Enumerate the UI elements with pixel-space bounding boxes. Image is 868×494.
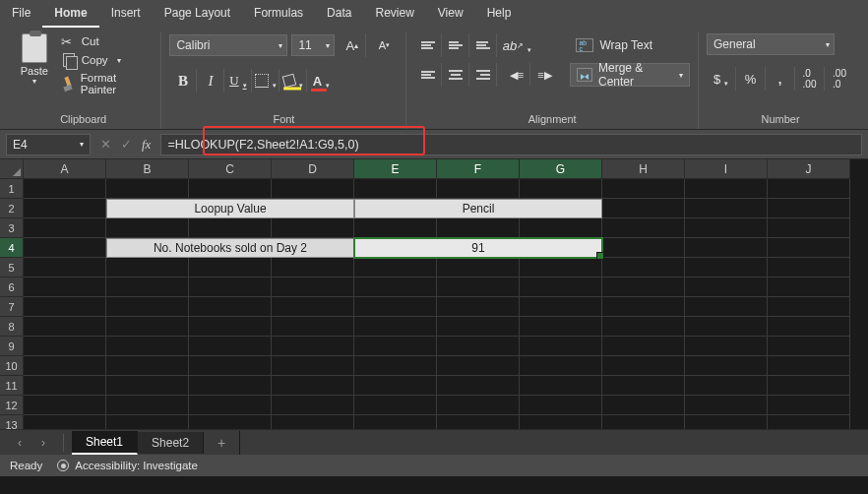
percent-button[interactable]: %	[736, 67, 766, 91]
accessibility-button[interactable]: Accessibility: Investigate	[56, 459, 198, 472]
menu-formulas[interactable]: Formulas	[242, 0, 315, 28]
paste-button[interactable]: Paste ▾	[14, 33, 55, 86]
cell-lookup-value[interactable]: Pencil	[354, 199, 602, 218]
font-name-dropdown[interactable]: Calibri▾	[169, 34, 287, 56]
merge-icon	[577, 68, 592, 82]
col-header-i[interactable]: I	[685, 159, 768, 179]
fill-color-button[interactable]: ▾	[279, 69, 307, 93]
enter-formula-button[interactable]: ✓	[117, 137, 136, 152]
copy-label: Copy	[82, 54, 108, 66]
number-format-dropdown[interactable]: General▾	[707, 33, 835, 55]
select-all-corner[interactable]	[0, 159, 24, 179]
merge-center-button[interactable]: Merge & Center▾	[570, 63, 690, 87]
wrap-text-button[interactable]: Wrap Text	[570, 33, 658, 57]
col-header-e[interactable]: E	[354, 159, 437, 179]
formula-input[interactable]: =HLOOKUP(F2,Sheet2!A1:G9,5,0)	[160, 134, 862, 155]
col-header-d[interactable]: D	[272, 159, 354, 179]
menu-data[interactable]: Data	[315, 0, 363, 28]
name-box[interactable]: E4▾	[6, 134, 91, 155]
cut-button[interactable]: Cut	[59, 33, 154, 49]
cells-area[interactable]: Loopup Value Pencil No. Notebooks sold o…	[24, 179, 850, 429]
fill-icon	[282, 74, 297, 89]
italic-button[interactable]: I	[197, 69, 224, 93]
row-header[interactable]: 5	[0, 258, 24, 278]
group-number: General▾ $▾ % , .0.00 .00.0 Number	[699, 31, 862, 129]
add-sheet-button[interactable]: +	[204, 431, 240, 455]
increase-decimal-button[interactable]: .0.00	[795, 67, 825, 91]
bold-button[interactable]: B	[169, 69, 197, 93]
sheet-tab-2[interactable]: Sheet2	[138, 432, 204, 454]
decrease-indent-button[interactable]: ◀≡	[503, 63, 530, 87]
chevron-down-icon: ▾	[527, 46, 531, 54]
chevron-down-icon: ▾	[273, 82, 277, 90]
row-header[interactable]: 1	[0, 179, 24, 199]
format-painter-button[interactable]: Format Painter	[59, 71, 154, 96]
align-center-button[interactable]	[442, 63, 469, 87]
row-header[interactable]: 7	[0, 297, 24, 317]
col-header-c[interactable]: C	[189, 159, 272, 179]
align-middle-button[interactable]	[442, 33, 469, 57]
chevron-down-icon: ▾	[117, 56, 121, 65]
formula-text: =HLOOKUP(F2,Sheet2!A1:G9,5,0)	[167, 138, 358, 152]
tab-nav-next[interactable]: ›	[31, 436, 55, 450]
chevron-down-icon: ▾	[80, 140, 84, 149]
accessibility-icon	[56, 459, 70, 472]
cell-lookup-label[interactable]: Loopup Value	[106, 199, 354, 218]
menu-file[interactable]: File	[0, 0, 42, 28]
menu-help[interactable]: Help	[475, 0, 524, 28]
align-right-button[interactable]	[469, 63, 497, 87]
row-header[interactable]: 9	[0, 337, 24, 356]
row-header[interactable]: 3	[0, 218, 24, 238]
menu-page-layout[interactable]: Page Layout	[153, 0, 242, 28]
increase-indent-button[interactable]: ≡▶	[530, 63, 558, 87]
chevron-down-icon: ▾	[679, 71, 683, 80]
group-label-clipboard: Clipboard	[60, 111, 106, 129]
chevron-down-icon: ▾	[32, 77, 36, 86]
row-header[interactable]: 12	[0, 396, 24, 415]
row-header[interactable]: 2	[0, 199, 24, 218]
row-header[interactable]: 10	[0, 356, 24, 376]
menu-bar: File Home Insert Page Layout Formulas Da…	[0, 0, 868, 28]
row-header[interactable]: 11	[0, 376, 24, 396]
col-header-h[interactable]: H	[602, 159, 685, 179]
menu-review[interactable]: Review	[363, 0, 425, 28]
align-bottom-button[interactable]	[469, 33, 497, 57]
row-header[interactable]: 4	[0, 238, 24, 258]
font-color-button[interactable]: A▾	[307, 69, 335, 93]
underline-button[interactable]: U▾	[224, 69, 252, 93]
comma-button[interactable]: ,	[766, 67, 795, 91]
cut-label: Cut	[82, 35, 99, 47]
col-header-j[interactable]: J	[768, 159, 850, 179]
menu-view[interactable]: View	[426, 0, 475, 28]
sheet-tab-bar: ‹ › Sheet1 Sheet2 +	[0, 429, 868, 455]
cancel-formula-button[interactable]: ✕	[96, 137, 115, 152]
row-header[interactable]: 13	[0, 415, 24, 429]
copy-button[interactable]: Copy▾	[59, 52, 154, 68]
decrease-font-button[interactable]: A▾	[370, 33, 398, 57]
col-header-a[interactable]: A	[24, 159, 106, 179]
increase-font-button[interactable]: A▴	[339, 33, 366, 57]
accounting-format-button[interactable]: $▾	[707, 67, 736, 91]
col-header-g[interactable]: G	[520, 159, 602, 179]
sheet-tab-1[interactable]: Sheet1	[72, 431, 138, 455]
menu-insert[interactable]: Insert	[99, 0, 153, 28]
cell-result-label[interactable]: No. Notebooks sold on Day 2	[106, 238, 354, 258]
font-size-dropdown[interactable]: 11▾	[291, 34, 335, 56]
accessibility-label: Accessibility: Investigate	[75, 460, 198, 471]
row-header[interactable]: 6	[0, 278, 24, 297]
col-header-b[interactable]: B	[106, 159, 189, 179]
col-header-f[interactable]: F	[437, 159, 520, 179]
spreadsheet-grid: A B C D E F G H I J 1 2 3 4 5 6 7 8 9 10…	[0, 159, 868, 429]
tab-nav-prev[interactable]: ‹	[8, 436, 31, 450]
decrease-decimal-button[interactable]: .00.0	[825, 67, 854, 91]
align-left-button[interactable]	[414, 63, 442, 87]
menu-home[interactable]: Home	[42, 0, 98, 28]
orientation-button[interactable]: ab↗▾	[503, 33, 530, 57]
align-top-button[interactable]	[414, 33, 442, 57]
cell-result-value[interactable]: 91	[354, 238, 602, 258]
borders-button[interactable]: ▾	[252, 69, 279, 93]
row-headers: 1 2 3 4 5 6 7 8 9 10 11 12 13	[0, 179, 24, 429]
row-header[interactable]: 8	[0, 317, 24, 337]
number-format-value: General	[713, 37, 756, 51]
fx-icon[interactable]: fx	[138, 137, 155, 153]
